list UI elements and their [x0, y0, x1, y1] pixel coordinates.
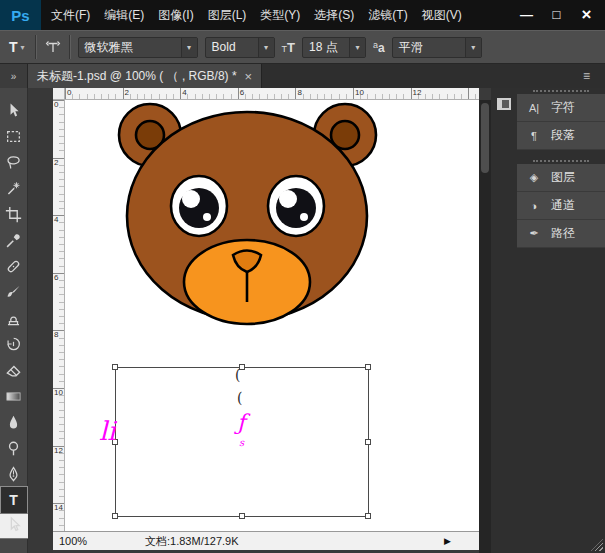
tools-panel: T: [0, 88, 28, 553]
font-family-value: 微软雅黑: [79, 39, 181, 56]
menu-bar: Ps 文件(F) 编辑(E) 图像(I) 图层(L) 类型(Y) 选择(S) 滤…: [0, 0, 605, 30]
menu-type[interactable]: 类型(Y): [253, 0, 307, 30]
chevron-down-icon: ▾: [465, 38, 481, 57]
type-tool-icon: T: [9, 492, 18, 508]
font-style-select[interactable]: Bold ▾: [205, 37, 275, 58]
paragraph-panel-icon: ¶: [526, 130, 542, 142]
panel-tab-paragraph[interactable]: ¶ 段落: [517, 122, 605, 150]
blur-tool-icon: [5, 414, 22, 431]
workspace-background: [28, 88, 53, 553]
crop-tool[interactable]: [1, 201, 27, 227]
window-resize-grip[interactable]: [591, 539, 603, 551]
font-size-select[interactable]: 18 点 ▾: [302, 37, 366, 58]
collapsed-panel-icon[interactable]: [497, 98, 511, 110]
canvas[interactable]: ( ( ƒ s li: [65, 100, 479, 531]
panel-thumbnail-icon: [497, 98, 511, 110]
panel-tab-channels[interactable]: ◑ 通道: [517, 192, 605, 220]
direct-selection-tool[interactable]: [0, 513, 30, 539]
move-tool[interactable]: [1, 97, 27, 123]
magic-wand-tool[interactable]: [1, 175, 27, 201]
menu-view[interactable]: 视图(V): [415, 0, 469, 30]
dodge-tool[interactable]: [1, 435, 27, 461]
menu: 文件(F) 编辑(E) 图像(I) 图层(L) 类型(Y) 选择(S) 滤镜(T…: [41, 0, 469, 30]
scrollbar-thumb[interactable]: [481, 103, 489, 173]
text-orientation-toggle[interactable]: [44, 39, 62, 55]
menu-select[interactable]: 选择(S): [307, 0, 361, 30]
type-tool[interactable]: T: [1, 487, 27, 513]
ruler-number: 14: [54, 504, 63, 512]
channels-panel-icon: ◑: [526, 200, 542, 212]
rectangular-marquee-tool[interactable]: [1, 123, 27, 149]
ruler-number: 12: [413, 89, 422, 97]
document-info: 文档:1.83M/127.9K: [145, 534, 239, 549]
anti-alias-value: 平滑: [393, 39, 465, 56]
ruler-number: 0: [67, 89, 71, 97]
document-tab[interactable]: 未标题-1.psd @ 100% ( （ , RGB/8) * ×: [28, 64, 262, 88]
dock-menu-icon[interactable]: ≡: [577, 68, 596, 84]
panel-label: 通道: [551, 197, 575, 214]
right-panel-dock: A| 字符 ¶ 段落 ◈ 图层 ◑ 通道 ✒ 路径: [517, 88, 605, 553]
font-size-icon: TT: [282, 41, 295, 54]
chevron-down-icon: ▾: [21, 43, 25, 52]
panel-label: 段落: [551, 127, 575, 144]
tool-preset-picker[interactable]: T ▾: [6, 37, 28, 57]
menu-layer[interactable]: 图层(L): [201, 0, 254, 30]
maximize-button[interactable]: □: [543, 4, 570, 26]
text-orientation-icon: [45, 39, 61, 55]
gradient-tool[interactable]: [1, 383, 27, 409]
healing-brush-tool[interactable]: [1, 253, 27, 279]
pen-tool-icon: [5, 466, 22, 483]
menu-file[interactable]: 文件(F): [44, 0, 97, 30]
toolbar-collapse-button[interactable]: »: [0, 64, 28, 88]
ruler-number: 10: [54, 389, 63, 397]
ruler-number: 8: [297, 89, 301, 97]
zoom-level-field[interactable]: 100%: [53, 534, 145, 548]
magic-wand-tool-icon: [5, 180, 22, 197]
close-button[interactable]: ×: [573, 4, 600, 26]
ruler-number: 12: [54, 447, 63, 455]
history-brush-tool[interactable]: [1, 331, 27, 357]
eyedropper-tool[interactable]: [1, 227, 27, 253]
direct-selection-tool-icon: [5, 516, 22, 533]
marquee-tool-icon: [5, 128, 22, 145]
photoshop-logo: Ps: [0, 0, 41, 30]
anti-alias-icon: aa: [373, 39, 385, 55]
panel-tab-character[interactable]: A| 字符: [517, 94, 605, 122]
anti-alias-select[interactable]: 平滑 ▾: [392, 37, 482, 58]
menu-filter[interactable]: 滤镜(T): [361, 0, 414, 30]
history-brush-tool-icon: [5, 336, 22, 353]
ruler-number: 8: [54, 331, 58, 339]
ruler-number: 10: [355, 89, 364, 97]
type-tool-options-bar: T ▾ 微软雅黑 ▾ Bold ▾ TT 18 点 ▾: [0, 30, 605, 64]
menu-image[interactable]: 图像(I): [151, 0, 200, 30]
minimize-button[interactable]: —: [513, 4, 540, 26]
vertical-scrollbar[interactable]: [479, 100, 491, 553]
gradient-tool-icon: [5, 388, 22, 405]
eraser-tool[interactable]: [1, 357, 27, 383]
chevron-down-icon: ▾: [258, 38, 274, 57]
panel-tab-paths[interactable]: ✒ 路径: [517, 220, 605, 248]
ruler-number: 0: [54, 101, 58, 109]
ruler-corner[interactable]: [53, 88, 65, 100]
divider: [69, 35, 71, 59]
pen-tool[interactable]: [1, 461, 27, 487]
document-title: 未标题-1.psd @ 100% ( （ , RGB/8) *: [37, 68, 237, 85]
blur-tool[interactable]: [1, 409, 27, 435]
ruler-number: 6: [54, 274, 58, 282]
lasso-tool[interactable]: [1, 149, 27, 175]
type-tool-preset-icon: T: [9, 39, 18, 55]
panel-tab-layers[interactable]: ◈ 图层: [517, 164, 605, 192]
canvas-text: (: [235, 368, 240, 382]
brush-tool[interactable]: [1, 279, 27, 305]
divider: [35, 35, 37, 59]
status-menu-arrow-icon[interactable]: ▶: [438, 535, 457, 547]
typed-text-layer: ( ( ƒ s li: [65, 100, 479, 531]
ruler-number: 2: [54, 159, 58, 167]
close-icon[interactable]: ×: [245, 69, 253, 84]
font-size-value: 18 点: [303, 39, 349, 56]
menu-edit[interactable]: 编辑(E): [97, 0, 151, 30]
clone-stamp-tool[interactable]: [1, 305, 27, 331]
font-family-select[interactable]: 微软雅黑 ▾: [78, 37, 198, 58]
tab-bar-filler: [262, 64, 492, 88]
canvas-text: li: [99, 418, 116, 444]
